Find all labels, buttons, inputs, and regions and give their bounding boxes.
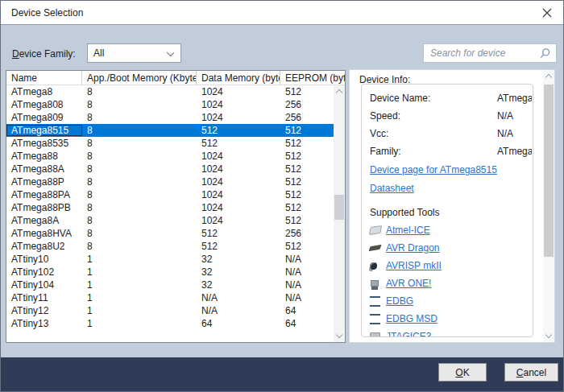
table-row[interactable]: ATtiny10 1 32 N/A bbox=[6, 253, 335, 266]
field-value: N/A bbox=[497, 110, 532, 122]
cell-data-memory: 32 bbox=[197, 279, 280, 291]
table-row[interactable]: ATmega8A 8 1024 512 bbox=[6, 214, 335, 227]
column-header-app-boot-memory[interactable]: App./Boot Memory (Kbytes) bbox=[82, 71, 197, 85]
tool-link[interactable]: EDBG MSD bbox=[386, 313, 438, 324]
table-scrollbar-thumb[interactable] bbox=[334, 195, 344, 220]
tool-link[interactable]: Atmel-ICE bbox=[386, 225, 430, 236]
table-row[interactable]: ATmega8 8 1024 512 bbox=[6, 85, 335, 98]
table-row[interactable]: ATmega8515 8 512 512 bbox=[6, 124, 335, 137]
cell-app-boot-memory: 8 bbox=[82, 112, 197, 123]
table-row[interactable]: ATmega88A 8 1024 512 bbox=[6, 163, 335, 175]
field-value: N/A bbox=[497, 128, 532, 139]
cell-data-memory: N/A bbox=[197, 292, 280, 303]
cell-data-memory: N/A bbox=[197, 305, 280, 316]
table-row[interactable]: ATmega8U2 8 512 512 bbox=[6, 240, 335, 253]
table-row[interactable]: ATtiny13 1 64 64 bbox=[6, 317, 335, 330]
info-scrollbar-thumb[interactable] bbox=[544, 85, 554, 257]
table-row[interactable]: ATmega809 8 1024 256 bbox=[6, 111, 335, 124]
table-row[interactable]: ATtiny11 1 N/A N/A bbox=[6, 291, 335, 304]
cell-name: ATmega8515 bbox=[6, 125, 82, 136]
supported-tool-item: AVR ONE! bbox=[370, 274, 532, 292]
cell-app-boot-memory: 8 bbox=[82, 86, 197, 97]
device-page-link[interactable]: Device page for ATmega8515 bbox=[370, 161, 532, 179]
table-row[interactable]: ATmega88PB 8 1024 512 bbox=[6, 201, 335, 214]
cell-eeprom: 64 bbox=[280, 305, 335, 316]
cell-name: ATmega8U2 bbox=[6, 241, 82, 252]
cell-app-boot-memory: 8 bbox=[82, 125, 197, 136]
field-value: ATmega8515 bbox=[497, 93, 532, 104]
ok-button[interactable]: OK bbox=[438, 363, 487, 382]
supported-tool-item: Atmel-ICE bbox=[370, 221, 532, 239]
scroll-down-icon[interactable] bbox=[334, 331, 345, 342]
table-scrollbar[interactable] bbox=[334, 85, 345, 342]
table-row[interactable]: ATtiny12 1 N/A 64 bbox=[6, 304, 335, 317]
cell-data-memory: 512 bbox=[197, 241, 280, 252]
cell-name: ATtiny104 bbox=[6, 279, 82, 291]
table-row[interactable]: ATmega88 8 1024 512 bbox=[6, 150, 335, 163]
cancel-button[interactable]: Cancel bbox=[504, 363, 558, 382]
avr-dragon-icon bbox=[370, 242, 383, 254]
column-header-eeprom[interactable]: EEPROM (bytes) bbox=[280, 71, 345, 85]
table-row[interactable]: ATmega8535 8 512 512 bbox=[6, 137, 335, 150]
cell-name: ATmega88P bbox=[6, 176, 82, 188]
search-input[interactable] bbox=[424, 44, 537, 62]
field-label: Vcc: bbox=[370, 128, 497, 139]
cell-eeprom: 512 bbox=[280, 151, 335, 162]
cell-data-memory: 512 bbox=[197, 138, 280, 149]
cell-app-boot-memory: 8 bbox=[82, 163, 197, 175]
cell-data-memory: 1024 bbox=[197, 176, 280, 188]
device-info-group-box: Device Name: ATmega8515 Speed: N/A Vcc: … bbox=[361, 84, 533, 337]
close-button[interactable] bbox=[531, 1, 563, 24]
footer-bar: OK Cancel bbox=[1, 357, 563, 391]
cell-app-boot-memory: 1 bbox=[82, 305, 197, 316]
cell-data-memory: 1024 bbox=[197, 202, 280, 213]
tool-link[interactable]: EDBG bbox=[386, 295, 413, 307]
cell-eeprom: N/A bbox=[280, 292, 335, 303]
tool-link[interactable]: AVR Dragon bbox=[386, 242, 439, 254]
column-header-data-memory[interactable]: Data Memory (bytes) bbox=[197, 71, 280, 85]
cell-name: ATmega809 bbox=[6, 112, 82, 123]
table-row[interactable]: ATmega8HVA 8 512 256 bbox=[6, 227, 335, 240]
supported-tool-item: AVR Dragon bbox=[370, 239, 532, 257]
tool-link[interactable]: JTAGICE3 bbox=[386, 331, 431, 337]
edbg-msd-icon bbox=[370, 314, 380, 324]
tool-link[interactable]: AVRISP mkII bbox=[386, 260, 442, 271]
table-row[interactable]: ATtiny104 1 32 N/A bbox=[6, 279, 335, 291]
device-family-label: Device Family: bbox=[12, 48, 76, 60]
cell-eeprom: 512 bbox=[280, 202, 335, 213]
cell-eeprom: 256 bbox=[280, 228, 335, 239]
cell-name: ATmega8 bbox=[6, 86, 82, 97]
cell-app-boot-memory: 1 bbox=[82, 279, 197, 291]
table-row[interactable]: ATmega88PA 8 1024 512 bbox=[6, 188, 335, 201]
cell-data-memory: 512 bbox=[197, 125, 280, 136]
table-row[interactable]: ATmega88P 8 1024 512 bbox=[6, 175, 335, 188]
cell-name: ATmega8HVA bbox=[6, 228, 82, 239]
datasheet-link[interactable]: Datasheet bbox=[370, 179, 532, 197]
cell-app-boot-memory: 8 bbox=[82, 176, 197, 188]
tool-link[interactable]: AVR ONE! bbox=[386, 278, 431, 289]
supported-tool-item: EDBG MSD bbox=[370, 310, 532, 328]
cell-eeprom: 512 bbox=[280, 189, 335, 200]
cell-name: ATmega88 bbox=[6, 151, 82, 162]
table-row[interactable]: ATtiny102 1 32 N/A bbox=[6, 266, 335, 279]
cell-app-boot-memory: 1 bbox=[82, 254, 197, 265]
cell-data-memory: 32 bbox=[197, 254, 280, 265]
cell-app-boot-memory: 1 bbox=[82, 292, 197, 303]
cell-name: ATmega8A bbox=[6, 215, 82, 226]
field-label: Family: bbox=[370, 146, 497, 157]
table-row[interactable]: ATmega808 8 1024 256 bbox=[6, 98, 335, 111]
table-body: ATmega8 8 1024 512 ATmega808 8 1024 256 … bbox=[6, 85, 335, 330]
scroll-up-icon[interactable] bbox=[543, 70, 554, 81]
cell-app-boot-memory: 8 bbox=[82, 99, 197, 110]
info-scrollbar[interactable] bbox=[543, 70, 554, 342]
device-table: Name App./Boot Memory (Kbytes) Data Memo… bbox=[6, 70, 346, 343]
cell-data-memory: 512 bbox=[197, 228, 280, 239]
column-header-name[interactable]: Name bbox=[6, 71, 82, 85]
cell-app-boot-memory: 1 bbox=[82, 266, 197, 278]
window-title: Device Selection bbox=[11, 7, 83, 19]
scroll-up-icon[interactable] bbox=[334, 85, 345, 97]
device-family-dropdown[interactable]: All bbox=[87, 43, 181, 63]
device-info-panel: Device Info: Device Name: ATmega8515 Spe… bbox=[349, 69, 555, 343]
cell-name: ATmega8535 bbox=[6, 138, 82, 149]
scroll-down-icon[interactable] bbox=[543, 331, 554, 342]
